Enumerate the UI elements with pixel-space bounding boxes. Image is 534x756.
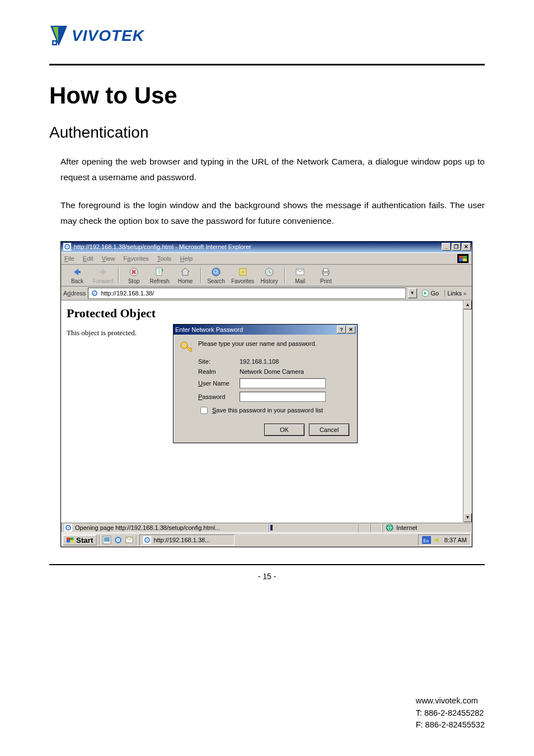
forward-arrow-icon [97,266,109,278]
scroll-track[interactable] [463,309,472,513]
forward-button: Forward [90,266,116,284]
contact-block: www.vivotek.com T: 886-2-82455282 F: 886… [416,695,485,731]
favorites-icon [237,266,249,278]
menu-bar: FFileile Edit View Favorites Tools Help [61,252,472,265]
outlook-quicklaunch-icon[interactable] [124,535,134,545]
svg-point-2 [64,244,70,250]
status-pane [370,523,382,533]
intro-paragraph-2: The foreground is the login window and t… [49,198,485,229]
logo-text: VIVOTEK [72,27,144,45]
start-button[interactable]: Start [62,534,97,546]
page-number: - 15 - [49,572,485,581]
minimize-button[interactable]: _ [442,243,451,251]
browser-viewport: Protected Object This object is protecte… [61,300,472,522]
site-value: 192.168.1.108 [240,358,279,365]
home-button[interactable]: Home [172,266,198,284]
svg-point-27 [115,537,122,543]
brand-logo: VIVOTEK [49,25,485,47]
internet-zone-icon [386,524,394,532]
realm-label: Realm [198,368,240,375]
username-label: User Name [198,380,240,387]
save-password-checkbox[interactable] [200,407,208,414]
realm-value: Network Dome Camera [240,368,304,375]
svg-point-29 [144,537,150,543]
menu-help[interactable]: Help [180,255,193,262]
scroll-down-button[interactable]: ▼ [463,513,472,522]
back-arrow-icon [71,266,83,278]
address-bar: Address http://192.168.1.38/ ▼ Go Links … [61,287,472,300]
windows-flag-icon [457,254,469,263]
address-dropdown-button[interactable]: ▼ [408,288,417,298]
svg-rect-5 [459,259,463,261]
ie-page-icon [91,289,99,297]
favorites-button[interactable]: Favorites [229,266,256,284]
svg-point-19 [183,344,186,346]
vertical-scrollbar[interactable]: ▲ ▼ [463,300,472,522]
contact-tel: T: 886-2-82455282 [416,707,485,720]
logo-mark-icon [49,25,68,47]
status-text: Opening page http://192.168.1.38/setup/c… [75,524,220,531]
history-icon [263,266,275,278]
contact-site: www.vivotek.com [416,695,485,707]
refresh-button[interactable]: Refresh [147,266,172,284]
home-icon [179,266,191,278]
mail-button[interactable]: Mail [287,266,313,284]
svg-point-1 [53,41,56,44]
back-button[interactable]: Back [64,266,90,284]
password-input[interactable] [240,392,326,402]
progress-bar [270,525,273,530]
mail-icon [294,266,306,278]
progress-cell [268,523,358,533]
show-desktop-icon[interactable] [102,535,112,545]
address-field[interactable]: http://192.168.1.38/ [88,288,405,299]
menu-edit[interactable]: Edit [83,255,93,262]
clock[interactable]: 8:37 AM [444,537,467,543]
svg-rect-14 [324,269,328,271]
ie-quicklaunch-icon[interactable] [113,535,123,545]
page-title: How to Use [49,82,485,109]
maximize-button[interactable]: ❐ [452,243,461,251]
cancel-button[interactable]: Cancel [309,424,349,436]
save-password-label: Save this password in your password list [212,407,323,414]
auth-dialog: Enter Network Password ? ✕ Please type y… [173,324,358,443]
svg-rect-4 [463,256,467,259]
taskbar: Start http://192.168.1.38... En 8:37 AM [61,533,472,547]
dialog-close-button[interactable]: ✕ [346,326,355,334]
zone-cell: Internet [382,523,472,533]
site-label: Site: [198,358,240,365]
menu-view[interactable]: View [102,255,115,262]
menu-favorites[interactable]: Favorites [124,255,149,262]
dialog-help-button[interactable]: ? [337,326,346,334]
svg-rect-24 [67,540,70,542]
go-button[interactable]: Go [419,289,442,297]
close-button[interactable]: ✕ [462,243,471,251]
tray-volume-icon[interactable] [434,537,441,543]
ok-button[interactable]: OK [264,424,305,436]
history-button[interactable]: History [256,266,282,284]
tray-locale-icon[interactable]: En [422,536,431,544]
taskbar-task[interactable]: http://192.168.1.38... [139,534,235,546]
svg-rect-23 [70,538,73,540]
ie-page-icon [143,536,151,544]
windows-flag-icon [66,537,74,543]
dialog-titlebar: Enter Network Password ? ✕ [174,325,357,335]
window-titlebar: http://192.168.1.38/setup/config.html - … [61,242,472,252]
protected-object-heading: Protected Object [67,306,457,321]
menu-file[interactable]: FFileile [64,255,74,262]
address-value: http://192.168.1.38/ [101,290,154,297]
menu-tools[interactable]: Tools [157,255,172,262]
toolbar: Back Forward Stop Refresh Home [61,265,472,287]
svg-rect-15 [324,273,328,275]
username-input[interactable] [240,378,326,388]
svg-rect-22 [67,538,70,540]
address-label: Address [63,290,86,297]
svg-point-9 [212,268,220,276]
search-button[interactable]: Search [203,266,229,284]
scroll-up-button[interactable]: ▲ [463,300,472,309]
quick-launch [99,535,137,545]
dialog-instruction: Please type your user name and password. [198,340,317,347]
print-button[interactable]: Print [313,266,339,284]
stop-button[interactable]: Stop [121,266,147,284]
links-button[interactable]: Links » [444,290,470,297]
svg-point-20 [65,525,71,530]
